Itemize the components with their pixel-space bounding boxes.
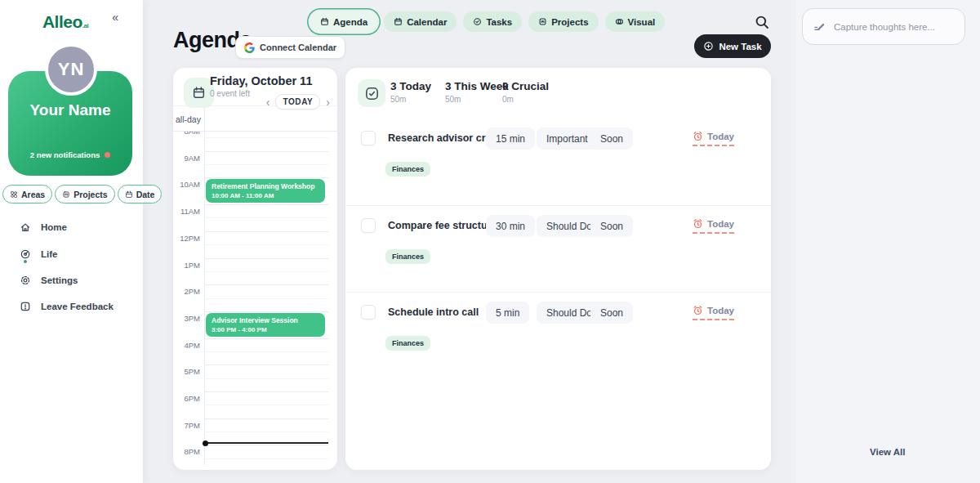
task-duration-pill[interactable]: 5 min (486, 302, 529, 324)
tab-visual[interactable]: Visual (605, 11, 666, 32)
summary-count: 3 Today (390, 80, 431, 92)
today-button[interactable]: TODAY (275, 94, 320, 110)
tab-projects[interactable]: Projects (528, 11, 598, 32)
event-title: Advisor Interview Session (212, 316, 319, 324)
task-summary-stat: 3 Today50m (390, 80, 431, 104)
pen-icon (813, 20, 826, 33)
notification-text: 2 new notifications (30, 150, 100, 159)
task-due-date[interactable]: Today (693, 218, 734, 234)
task-urgency-pill[interactable]: Soon (590, 215, 633, 237)
date-icon (125, 190, 133, 199)
tab-label: Projects (551, 17, 588, 27)
feedback-icon (20, 301, 31, 312)
hour-line (204, 284, 328, 285)
hour-label: 2PM (173, 287, 200, 296)
gear-icon (20, 275, 31, 286)
sidebar-item-life[interactable]: Life (20, 240, 114, 266)
sidebar-item-home[interactable]: Home (20, 214, 114, 240)
capture-thoughts-field[interactable] (802, 8, 965, 45)
chip-label: Areas (21, 190, 45, 199)
task-row: Research advisor credentials15 minImport… (345, 125, 771, 205)
due-label: Today (707, 306, 734, 315)
sidebar-item-label: Leave Feedback (41, 302, 114, 311)
hour-label: 8PM (173, 447, 200, 456)
hour-label: 9AM (173, 154, 200, 163)
current-time-dot (203, 441, 208, 446)
avatar[interactable]: YN (45, 43, 97, 96)
google-icon (244, 42, 255, 53)
hour-label: 7PM (173, 421, 200, 430)
task-duration-pill[interactable]: 30 min (486, 215, 535, 237)
hour-label: 4PM (173, 341, 200, 350)
tasks-panel: 3 Today50m3 This Week50m0 Crucial0mResea… (345, 68, 771, 470)
task-tag[interactable]: Finances (385, 336, 430, 351)
task-urgency-pill[interactable]: Soon (590, 302, 633, 324)
new-task-label: New Task (719, 42, 761, 51)
task-summary-stat: 3 This Week50m (445, 80, 509, 104)
user-name: Your Name (8, 101, 132, 119)
half-hour-line (204, 432, 328, 432)
active-dot (24, 260, 27, 263)
chevron-left-icon[interactable]: ‹ (265, 96, 271, 108)
task-checkbox[interactable] (361, 218, 376, 233)
summary-duration: 50m (445, 95, 509, 104)
chip-label: Date (136, 190, 155, 199)
filter-chip-projects[interactable]: Projects (55, 185, 114, 203)
hour-label: 5PM (173, 367, 200, 376)
alarm-icon (693, 131, 703, 141)
task-duration-pill[interactable]: 15 min (486, 127, 535, 150)
task-checkbox[interactable] (361, 131, 376, 145)
task-tag[interactable]: Finances (385, 249, 430, 264)
task-priority-pill[interactable]: Important (537, 127, 598, 150)
calendar-event[interactable]: Retirement Planning Workshop10:00 AM - 1… (206, 179, 325, 203)
tab-label: Calendar (407, 17, 447, 27)
notifications-link[interactable]: 2 new notifications (8, 150, 132, 159)
task-row: Compare fee structures30 minShould DoSoo… (345, 205, 771, 293)
calendar-grid: all-day 8AM9AM10AM11AM12PM1PM2PM3PM4PM5P… (173, 68, 337, 470)
filter-chip-areas[interactable]: Areas (2, 185, 52, 203)
visual-icon (615, 17, 624, 26)
areas-icon (10, 190, 18, 199)
half-hour-line (204, 164, 328, 165)
half-hour-line (204, 271, 328, 272)
sidebar-collapse-icon[interactable]: « (112, 11, 118, 24)
hour-label: 6PM (173, 394, 200, 403)
task-due-date[interactable]: Today (693, 131, 734, 146)
calendar-event[interactable]: Advisor Interview Session3:00 PM - 4:00 … (206, 313, 325, 337)
tab-label: Tasks (486, 17, 512, 27)
sidebar-item-settings[interactable]: Settings (20, 267, 114, 293)
tab-tasks[interactable]: Tasks (463, 11, 522, 32)
half-hour-line (204, 217, 328, 218)
notification-dot (105, 152, 110, 158)
filter-chip-date[interactable]: Date (118, 185, 163, 203)
task-checkbox[interactable] (361, 305, 376, 320)
hour-line (204, 204, 328, 205)
half-hour-line (204, 458, 328, 459)
new-task-button[interactable]: New Task (694, 34, 771, 58)
due-label: Today (707, 219, 734, 229)
app-logo-suffix: .ai (82, 22, 88, 29)
sidebar-item-leave-feedback[interactable]: Leave Feedback (20, 293, 114, 320)
tab-calendar[interactable]: Calendar (384, 11, 457, 32)
task-tag[interactable]: Finances (385, 162, 430, 177)
tab-label: Visual (628, 17, 656, 27)
capture-panel: View All (796, 0, 980, 483)
task-due-date[interactable]: Today (693, 305, 734, 320)
sidebar-item-label: Settings (41, 275, 78, 285)
connect-calendar-label: Connect Calendar (260, 42, 336, 52)
task-urgency-pill[interactable]: Soon (590, 127, 633, 150)
task-title[interactable]: Schedule intro call (388, 306, 479, 318)
hour-label: 1PM (173, 261, 200, 270)
chevron-right-icon[interactable]: › (325, 96, 331, 108)
connect-calendar-button[interactable]: Connect Calendar (235, 36, 345, 59)
view-all-link[interactable]: View All (870, 447, 905, 457)
capture-thoughts-input[interactable] (832, 21, 961, 33)
tab-agenda[interactable]: Agenda (310, 11, 377, 32)
search-icon[interactable] (755, 15, 769, 29)
time-column-divider (204, 105, 205, 465)
nav-tabs: AgendaCalendarTasksProjectsVisual (310, 11, 665, 32)
hour-line (204, 418, 328, 419)
task-summary-stat: 0 Crucial0m (502, 80, 549, 104)
hour-line (204, 391, 328, 392)
projects-icon (538, 17, 547, 26)
